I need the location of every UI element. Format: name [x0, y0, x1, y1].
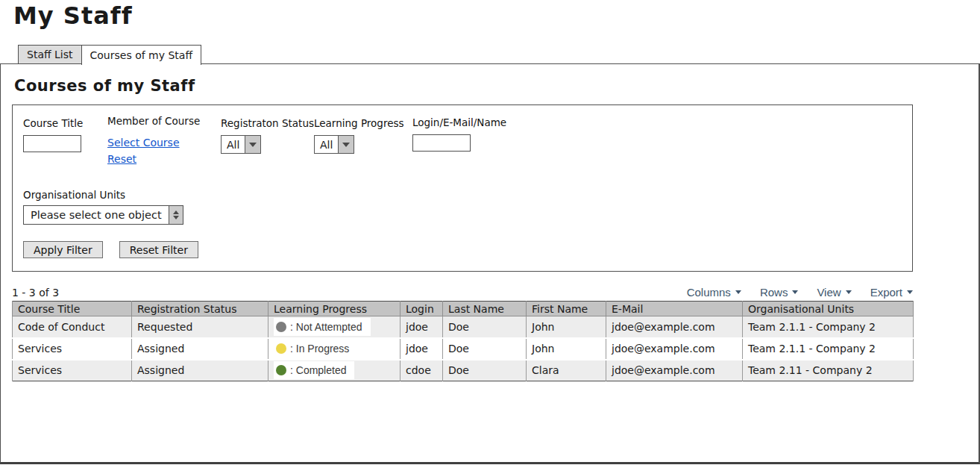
learning-progress-text: : In Progress — [290, 343, 349, 355]
column-header[interactable]: E-Mail — [606, 302, 743, 316]
organisational-units-label: Organisational Units — [23, 189, 183, 201]
chevron-down-icon — [792, 290, 798, 294]
tab-courses-of-my-staff[interactable]: Courses of my Staff — [81, 45, 202, 65]
organisational-units-filter: Organisational Units Please select one o… — [23, 189, 183, 225]
cell-course-title: Services — [13, 338, 132, 360]
cell-registration-status: Assigned — [132, 338, 268, 360]
table-row: Services Assigned : Completed cdoe Doe C… — [13, 360, 914, 381]
registration-status-label: Registraton Status — [221, 117, 314, 129]
rows-menu[interactable]: Rows — [760, 286, 799, 299]
cell-organisational-units: Team 2.1.1 - Company 2 — [743, 338, 914, 360]
filter-panel: Course Title Member of Course Select Cou… — [12, 104, 913, 272]
learning-progress-badge: : In Progress — [274, 340, 357, 358]
column-header[interactable]: First Name — [527, 302, 606, 316]
learning-progress-badge: : Not Attempted — [274, 318, 371, 336]
filter-actions: Apply Filter Reset Filter — [23, 241, 198, 258]
cell-last-name: Doe — [443, 338, 527, 360]
learning-progress-text: : Not Attempted — [290, 321, 362, 333]
cell-course-title: Services — [13, 360, 132, 381]
learning-progress-value: All — [315, 136, 338, 153]
cell-first-name: John — [527, 338, 606, 360]
dropdown-arrow-icon — [338, 136, 354, 153]
cell-learning-progress: : In Progress — [268, 338, 401, 360]
cell-first-name: John — [527, 316, 606, 338]
cell-organisational-units: Team 2.1.1 - Company 2 — [743, 316, 914, 338]
tab-staff-list[interactable]: Staff List — [18, 45, 82, 64]
chevron-down-icon — [907, 290, 913, 294]
cell-learning-progress: : Completed — [268, 360, 401, 381]
registration-status-select[interactable]: All — [221, 135, 261, 154]
course-title-label: Course Title — [23, 117, 83, 129]
view-menu[interactable]: View — [817, 286, 851, 299]
cell-login: jdoe — [401, 316, 443, 338]
registration-status-filter: Registraton Status All — [221, 117, 314, 154]
dropdown-arrow-icon — [245, 136, 260, 153]
cell-email: jdoe@example.com — [606, 316, 743, 338]
apply-filter-button[interactable]: Apply Filter — [23, 241, 103, 258]
section-heading: Courses of my Staff — [14, 77, 979, 95]
login-email-name-label: Login/E-Mail/Name — [412, 116, 506, 128]
cell-last-name: Doe — [443, 316, 527, 338]
select-course-link[interactable]: Select Course — [107, 137, 180, 149]
cell-learning-progress: : Not Attempted — [268, 316, 401, 338]
cell-last-name: Doe — [443, 360, 527, 381]
column-header[interactable]: Login — [401, 302, 443, 316]
cell-email: jdoe@example.com — [606, 338, 743, 360]
progress-dot-icon — [276, 365, 286, 375]
registration-status-value: All — [222, 136, 245, 153]
table-row: Code of Conduct Requested : Not Attempte… — [13, 316, 914, 338]
cell-login: jdoe — [401, 338, 443, 360]
table-row: Services Assigned : In Progress jdoe Doe… — [13, 338, 914, 360]
column-header[interactable]: Course Title — [13, 302, 132, 316]
learning-progress-badge: : Completed — [274, 361, 354, 379]
results-bar: 1 - 3 of 3 Columns Rows View Export — [12, 286, 913, 299]
cell-login: cdoe — [401, 360, 443, 381]
table-body: Code of Conduct Requested : Not Attempte… — [13, 316, 914, 381]
table-header-row: Course TitleRegistration StatusLearning … — [13, 302, 914, 316]
page-title: My Staff — [13, 0, 980, 30]
columns-menu[interactable]: Columns — [687, 286, 741, 299]
learning-progress-filter: Learning Progress All — [314, 117, 404, 154]
organisational-units-value: Please select one object — [24, 206, 169, 224]
cell-course-title: Code of Conduct — [13, 316, 132, 338]
cell-first-name: Clara — [527, 360, 606, 381]
column-header[interactable]: Learning Progress — [268, 302, 401, 316]
chevron-down-icon — [735, 290, 741, 294]
organisational-units-select[interactable]: Please select one object — [23, 205, 183, 225]
course-title-filter: Course Title — [23, 117, 83, 152]
progress-dot-icon — [276, 343, 286, 354]
column-header[interactable]: Registration Status — [132, 302, 268, 316]
courses-table: Course TitleRegistration StatusLearning … — [12, 301, 914, 381]
result-count: 1 - 3 of 3 — [12, 287, 59, 299]
reset-course-link[interactable]: Reset — [107, 153, 136, 165]
column-header[interactable]: Last Name — [443, 302, 527, 316]
learning-progress-label: Learning Progress — [314, 117, 404, 129]
cell-registration-status: Requested — [132, 316, 268, 338]
table-menus: Columns Rows View Export — [668, 286, 913, 299]
learning-progress-select[interactable]: All — [314, 135, 354, 154]
member-of-course-filter: Member of Course Select Course Reset — [107, 115, 200, 165]
chevron-down-icon — [846, 290, 852, 294]
cell-registration-status: Assigned — [132, 360, 268, 381]
spinner-arrows-icon — [169, 206, 183, 224]
cell-email: jdoe@example.com — [606, 360, 743, 381]
login-email-name-filter: Login/E-Mail/Name — [412, 116, 506, 152]
login-email-name-input[interactable] — [412, 134, 471, 152]
tab-bar: Staff List Courses of my Staff — [18, 45, 980, 64]
cell-organisational-units: Team 2.11 - Company 2 — [743, 360, 914, 381]
content-panel: Courses of my Staff Course Title Member … — [0, 63, 980, 464]
course-title-input[interactable] — [23, 135, 81, 152]
learning-progress-text: : Completed — [290, 364, 346, 376]
column-header[interactable]: Organisational Units — [743, 302, 914, 316]
reset-filter-button[interactable]: Reset Filter — [119, 241, 198, 258]
member-of-course-label: Member of Course — [107, 115, 200, 127]
progress-dot-icon — [276, 322, 286, 332]
export-menu[interactable]: Export — [870, 286, 913, 299]
